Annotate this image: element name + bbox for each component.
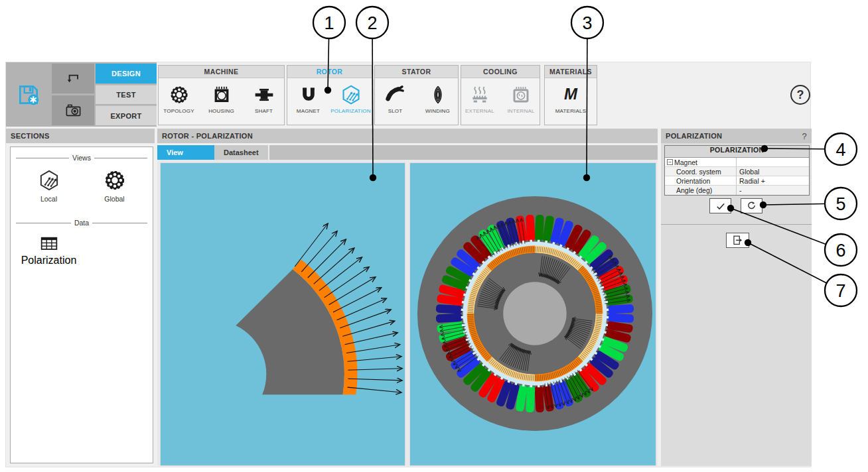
view-item-local[interactable]: Local — [16, 168, 82, 203]
svg-text:5: 5 — [835, 194, 845, 214]
svg-text:7: 7 — [835, 281, 845, 301]
views-group-label: Views — [16, 154, 147, 162]
table-row-magnet[interactable]: − Magnet — [665, 158, 809, 167]
panel-divider — [661, 224, 812, 225]
import-design-button[interactable] — [52, 64, 94, 93]
polarization-table-icon — [38, 233, 60, 255]
ribbon-item-label: MATERIALS — [555, 108, 587, 114]
local-view-icon — [37, 168, 61, 192]
ribbon-item-label: INTERNAL — [507, 108, 534, 114]
view-item-global[interactable]: Global — [82, 168, 147, 203]
table-header: POLARIZATION — [665, 146, 809, 158]
local-polarization-view[interactable] — [160, 162, 405, 466]
mode-tab-test[interactable]: TEST — [96, 85, 157, 104]
return-arrow-icon — [64, 70, 82, 88]
ribbon-item-shaft[interactable]: SHAFT — [245, 83, 283, 114]
workspace-header: ROTOR - POLARIZATION — [157, 129, 658, 143]
ribbon-group-stator: STATOR SLOT — [374, 65, 459, 125]
ribbon-item-slot[interactable]: SLOT — [376, 83, 415, 114]
mode-tab-export[interactable]: EXPORT — [96, 105, 157, 125]
global-view-icon — [103, 168, 127, 192]
ribbon-item-polarization[interactable]: POLARIZATION — [332, 83, 370, 114]
undo-rotate-icon — [746, 200, 757, 211]
housing-icon — [211, 83, 232, 107]
ribbon-group-machine: MACHINE — [158, 65, 285, 125]
ribbon-group-rotor: ROTOR MAGNET — [287, 65, 372, 125]
table-row-angle[interactable]: Angle (deg) - — [665, 186, 809, 195]
reset-button[interactable] — [741, 198, 762, 213]
svg-text:3: 3 — [582, 13, 592, 33]
tab-datasheet[interactable]: Datasheet — [214, 145, 269, 160]
external-cooling-icon — [469, 83, 490, 107]
ribbon-group-materials: MATERIALS M MATERIALS — [544, 65, 597, 125]
callout-circle-5: 5 — [825, 188, 857, 219]
help-icon: ? — [797, 88, 804, 102]
table-row-coord-system[interactable]: Coord. system Global — [665, 167, 809, 176]
table-row-orientation[interactable]: Orientation Radial + — [665, 176, 809, 186]
check-icon — [715, 200, 727, 212]
machine-cross-section-drawing — [410, 163, 656, 465]
local-view-label: Local — [40, 195, 57, 203]
data-group-label: Data — [16, 219, 147, 227]
ribbon-item-materials[interactable]: M MATERIALS — [551, 83, 590, 114]
ribbon-item-label: TOPOLOGY — [163, 108, 194, 114]
callout-circle-6: 6 — [825, 234, 857, 266]
save-button[interactable] — [7, 64, 50, 125]
group-title: MACHINE — [159, 66, 284, 78]
ribbon-item-magnet[interactable]: MAGNET — [289, 83, 328, 114]
ribbon-item-housing[interactable]: HOUSING — [202, 83, 241, 114]
rotor-pole-sector-drawing — [161, 163, 405, 465]
svg-text:4: 4 — [835, 140, 845, 160]
camera-icon — [64, 101, 82, 119]
ribbon-item-topology[interactable]: TOPOLOGY — [160, 83, 198, 114]
screenshot-button[interactable] — [52, 95, 94, 125]
ribbon-item-label: EXTERNAL — [465, 108, 494, 114]
workspace-title: ROTOR - POLARIZATION — [162, 132, 253, 140]
magnet-icon — [298, 83, 319, 107]
callout-circle-4: 4 — [825, 133, 857, 165]
global-view-label: Global — [104, 195, 124, 203]
slot-icon — [385, 83, 406, 107]
svg-text:1: 1 — [324, 13, 334, 33]
properties-panel: POLARIZATION − Magnet Coord. system Glob… — [661, 143, 812, 466]
group-title: ROTOR — [287, 66, 372, 78]
ribbon-item-label: WINDING — [425, 108, 450, 114]
tree-collapse-icon[interactable]: − — [667, 159, 673, 165]
view-tabs: View Datasheet — [157, 145, 658, 160]
callout-circle-1: 1 — [313, 7, 345, 38]
callout-circle-2: 2 — [356, 7, 388, 38]
group-title: COOLING — [461, 66, 540, 78]
ribbon-item-label: POLARIZATION — [330, 108, 370, 114]
tab-view[interactable]: View — [157, 145, 214, 160]
help-button[interactable]: ? — [790, 85, 810, 105]
polarization-table: POLARIZATION − Magnet Coord. system Glob… — [664, 145, 810, 196]
ribbon-item-label: MAGNET — [297, 108, 320, 114]
global-polarization-view[interactable] — [409, 162, 656, 466]
properties-help-icon[interactable]: ? — [802, 131, 807, 141]
polarization-icon — [340, 83, 362, 107]
ribbon-item-internal-cooling[interactable]: INTERNAL — [502, 83, 540, 114]
ribbon-item-external-cooling[interactable]: EXTERNAL — [461, 83, 498, 114]
application-window: DESIGN TEST EXPORT MACHINE — [0, 0, 868, 472]
mode-tab-design[interactable]: DESIGN — [96, 64, 157, 84]
ribbon-item-label: SHAFT — [255, 108, 273, 114]
group-title: MATERIALS — [545, 66, 597, 78]
save-icon — [16, 82, 41, 107]
topology-icon — [169, 83, 190, 107]
callout-circle-3: 3 — [571, 7, 603, 38]
winding-icon — [427, 83, 449, 107]
view-area — [157, 160, 658, 466]
data-item-polarization[interactable]: Polarization — [16, 233, 82, 266]
callout-circle-7: 7 — [825, 274, 857, 306]
properties-header: POLARIZATION ? — [661, 129, 812, 143]
quick-toolbar: DESIGN TEST EXPORT — [6, 62, 157, 127]
internal-cooling-icon — [510, 83, 532, 107]
sections-panel: Views Local — [10, 147, 153, 463]
ribbon-item-label: HOUSING — [208, 108, 234, 114]
group-title: STATOR — [375, 66, 458, 78]
properties-title: POLARIZATION — [666, 132, 722, 140]
apply-button[interactable] — [709, 198, 731, 213]
ribbon-item-winding[interactable]: WINDING — [419, 83, 457, 114]
export-view-button[interactable] — [726, 233, 749, 248]
svg-text:6: 6 — [835, 241, 845, 261]
